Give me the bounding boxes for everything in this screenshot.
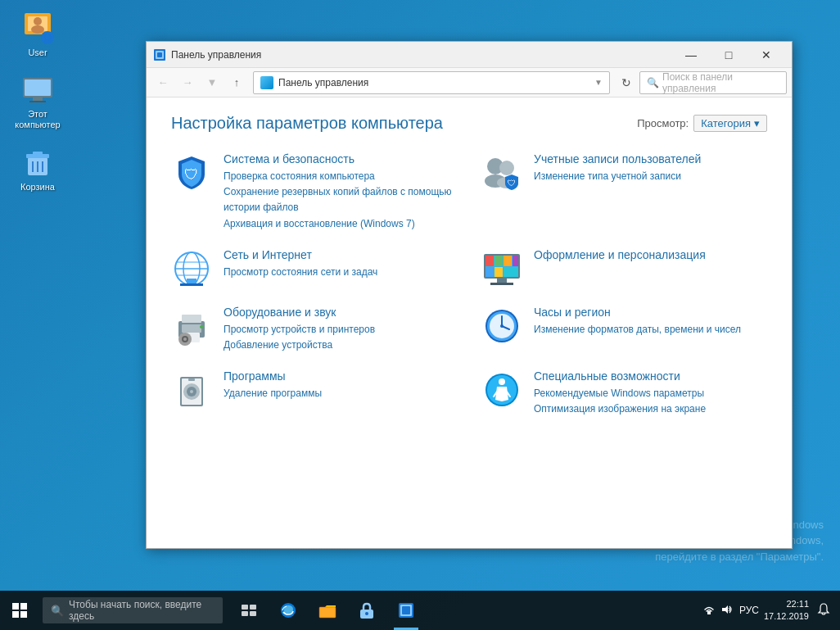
desktop-icon-recycle[interactable]: Корзина bbox=[8, 143, 67, 196]
accounts-info: Учетные записи пользователей Изменение т… bbox=[534, 152, 701, 184]
category-programs: Программы Удаление программы bbox=[171, 369, 457, 417]
svg-rect-41 bbox=[497, 279, 507, 283]
category-security: 🛡 Система и безопасность Проверка состоя… bbox=[171, 152, 457, 232]
svg-rect-36 bbox=[504, 256, 512, 266]
security-link-3[interactable]: Архивация и восстановление (Windows 7) bbox=[224, 216, 457, 232]
explorer-button[interactable] bbox=[308, 591, 347, 630]
up-button[interactable]: ↑ bbox=[225, 71, 248, 94]
taskbar-search[interactable]: 🔍 Чтобы начать поиск, введите здесь bbox=[43, 597, 223, 623]
address-text: Панель управления bbox=[278, 77, 368, 88]
desktop: 👤 User Этоткомпьютер bbox=[0, 0, 840, 630]
svg-text:🛡: 🛡 bbox=[508, 179, 516, 188]
search-icon: 🔍 bbox=[647, 77, 659, 88]
taskbar-tray: РУС 22:11 17.12.2019 bbox=[702, 598, 840, 623]
category-network: Сеть и Интернет Просмотр состояния сети … bbox=[171, 248, 457, 289]
view-label: Просмотр: bbox=[637, 117, 689, 129]
volume-tray-icon[interactable] bbox=[720, 603, 734, 619]
desktop-icon-thispc[interactable]: Этоткомпьютер bbox=[8, 70, 67, 134]
svg-text:👤: 👤 bbox=[43, 33, 53, 43]
desktop-icon-user[interactable]: 👤 User bbox=[8, 8, 67, 61]
appearance-info: Оформление и персонализация bbox=[534, 248, 706, 265]
security-link-1[interactable]: Проверка состояния компьютера bbox=[224, 169, 457, 184]
programs-info: Программы Удаление программы bbox=[224, 369, 322, 401]
svg-rect-39 bbox=[495, 267, 503, 277]
category-hardware: Оборудование и звук Просмотр устройств и… bbox=[171, 306, 457, 353]
accessibility-link-2[interactable]: Оптимизация изображения на экране bbox=[534, 401, 706, 417]
svg-rect-72 bbox=[242, 611, 248, 616]
programs-icon bbox=[171, 369, 212, 410]
clock-title[interactable]: Часы и регион bbox=[534, 306, 741, 319]
svg-marker-83 bbox=[722, 605, 728, 614]
accessibility-info: Специальные возможности Рекомендуемые Wi… bbox=[534, 369, 706, 417]
programs-title[interactable]: Программы bbox=[224, 369, 322, 383]
svg-point-78 bbox=[365, 612, 368, 615]
svg-rect-37 bbox=[513, 256, 518, 266]
hardware-icon bbox=[171, 306, 212, 347]
hardware-link-2[interactable]: Добавление устройства bbox=[224, 338, 375, 353]
clock-link-1[interactable]: Изменение форматов даты, времени и чисел bbox=[534, 322, 741, 338]
window-addressbar: ← → ▼ ↑ Панель управления ▼ ↻ 🔍 Поиск в … bbox=[147, 68, 792, 97]
accounts-link-1[interactable]: Изменение типа учетной записи bbox=[534, 169, 701, 184]
tray-language[interactable]: РУС bbox=[739, 605, 759, 616]
svg-rect-42 bbox=[490, 283, 513, 285]
svg-rect-40 bbox=[504, 267, 518, 277]
svg-point-47 bbox=[200, 325, 203, 329]
view-dropdown[interactable]: Категория ▾ bbox=[693, 115, 767, 132]
window-content: Настройка параметров компьютера Просмотр… bbox=[147, 97, 792, 548]
forward-button[interactable]: → bbox=[176, 71, 199, 94]
network-title[interactable]: Сеть и Интернет bbox=[224, 248, 377, 261]
view-value: Категория bbox=[701, 117, 751, 129]
svg-rect-38 bbox=[485, 267, 494, 277]
programs-link-1[interactable]: Удаление программы bbox=[224, 386, 322, 401]
svg-point-3 bbox=[31, 25, 44, 34]
accessibility-title[interactable]: Специальные возможности bbox=[534, 369, 706, 383]
security-title[interactable]: Система и безопасность bbox=[224, 152, 457, 165]
svg-rect-66 bbox=[12, 603, 19, 610]
appearance-title[interactable]: Оформление и персонализация bbox=[534, 248, 706, 261]
svg-rect-62 bbox=[188, 378, 195, 381]
security-icon: 🛡 bbox=[171, 152, 212, 193]
accounts-icon: 🛡 bbox=[481, 152, 522, 193]
accessibility-link-1[interactable]: Рекомендуемые Windows параметры bbox=[534, 386, 706, 401]
refresh-button[interactable]: ↻ bbox=[615, 71, 638, 94]
minimize-button[interactable]: — bbox=[672, 42, 710, 68]
security-link-2[interactable]: Сохранение резервных копий файлов с помо… bbox=[224, 184, 457, 215]
network-tray-icon[interactable] bbox=[702, 603, 716, 619]
content-title: Настройка параметров компьютера bbox=[171, 114, 443, 133]
address-icon bbox=[260, 76, 273, 89]
hardware-link-1[interactable]: Просмотр устройств и принтеров bbox=[224, 322, 375, 338]
start-button[interactable] bbox=[0, 591, 39, 630]
category-appearance: Оформление и персонализация bbox=[481, 248, 767, 289]
network-link-1[interactable]: Просмотр состояния сети и задач bbox=[224, 265, 377, 280]
user-icon: 👤 bbox=[21, 11, 54, 44]
tray-clock[interactable]: 22:11 17.12.2019 bbox=[764, 598, 809, 623]
lock-button[interactable] bbox=[347, 591, 386, 630]
search-box[interactable]: 🔍 Поиск в панели управления bbox=[639, 71, 787, 94]
hardware-title[interactable]: Оборудование и звук bbox=[224, 306, 375, 319]
window-controls: — □ ✕ bbox=[672, 42, 785, 68]
controlpanel-taskbar-button[interactable] bbox=[386, 591, 426, 630]
svg-rect-75 bbox=[319, 607, 336, 618]
svg-rect-34 bbox=[485, 256, 494, 266]
recent-button[interactable]: ▼ bbox=[201, 71, 224, 94]
network-icon bbox=[171, 248, 212, 289]
accounts-title[interactable]: Учетные записи пользователей bbox=[534, 152, 701, 165]
taskview-button[interactable] bbox=[229, 591, 269, 630]
address-box[interactable]: Панель управления ▼ bbox=[253, 71, 610, 94]
svg-point-65 bbox=[499, 378, 505, 385]
back-button[interactable]: ← bbox=[151, 71, 174, 94]
notification-button[interactable] bbox=[814, 599, 833, 622]
svg-rect-69 bbox=[20, 611, 27, 618]
maximize-button[interactable]: □ bbox=[710, 42, 747, 68]
tray-icons bbox=[702, 603, 734, 619]
taskbar-search-icon: 🔍 bbox=[51, 605, 64, 617]
view-chevron-icon: ▾ bbox=[754, 117, 760, 129]
svg-rect-8 bbox=[33, 97, 43, 101]
security-info: Система и безопасность Проверка состояни… bbox=[224, 152, 457, 232]
svg-rect-44 bbox=[182, 324, 201, 333]
accessibility-icon bbox=[481, 369, 522, 410]
edge-button[interactable] bbox=[269, 591, 308, 630]
svg-rect-18 bbox=[157, 52, 162, 57]
close-button[interactable]: ✕ bbox=[747, 42, 785, 68]
desktop-icon-recycle-label: Корзина bbox=[20, 182, 55, 193]
